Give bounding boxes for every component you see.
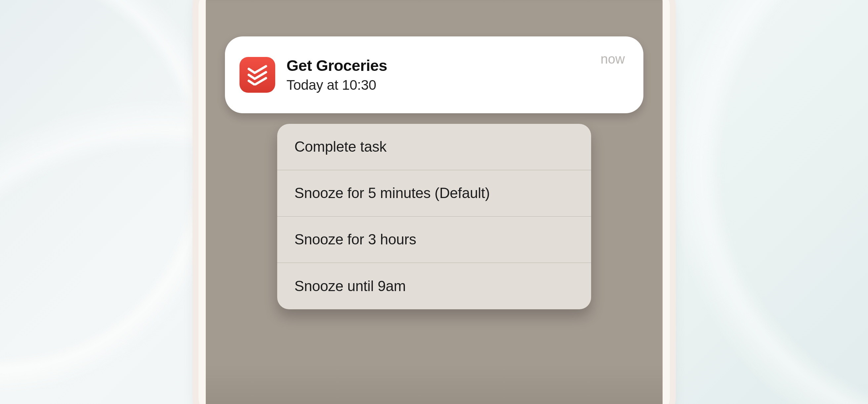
action-snooze-3-hours[interactable]: Snooze for 3 hours [277, 217, 591, 263]
action-complete-task[interactable]: Complete task [277, 124, 591, 170]
notification-title: Get Groceries [286, 57, 601, 75]
notification-card[interactable]: Get Groceries Today at 10:30 now [225, 36, 643, 113]
notification-timestamp: now [601, 52, 625, 66]
action-label: Snooze for 3 hours [294, 230, 416, 249]
todoist-icon [240, 57, 275, 93]
action-label: Complete task [294, 138, 387, 156]
phone-frame: Get Groceries Today at 10:30 now Complet… [198, 0, 670, 404]
action-snooze-5-min[interactable]: Snooze for 5 minutes (Default) [277, 170, 591, 217]
notification-action-menu: Complete task Snooze for 5 minutes (Defa… [277, 124, 591, 309]
notification-subtitle: Today at 10:30 [286, 77, 601, 93]
notification-text-block: Get Groceries Today at 10:30 [286, 57, 601, 93]
action-label: Snooze until 9am [294, 277, 406, 295]
phone-screen: Get Groceries Today at 10:30 now Complet… [206, 0, 662, 404]
action-snooze-until-9am[interactable]: Snooze until 9am [277, 263, 591, 309]
action-label: Snooze for 5 minutes (Default) [294, 184, 490, 202]
